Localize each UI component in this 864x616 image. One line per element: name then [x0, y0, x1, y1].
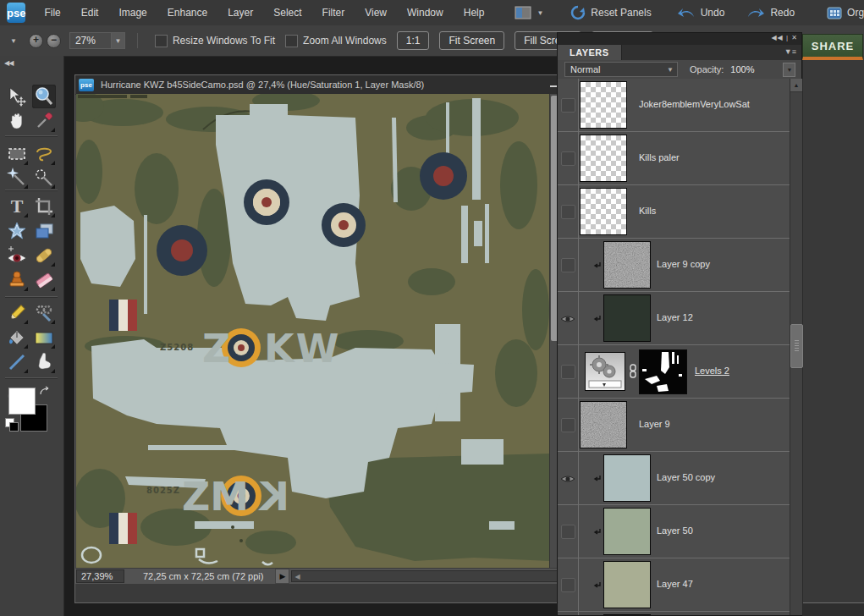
visibility-toggle[interactable]: [558, 612, 579, 615]
status-info-arrow-icon[interactable]: ▶: [275, 569, 289, 584]
opacity-dropdown-icon[interactable]: ▼: [783, 63, 795, 77]
layer-thumbnail[interactable]: [580, 81, 627, 129]
collapse-panel-icon[interactable]: ◀◀: [771, 34, 783, 41]
layer-thumbnail[interactable]: [580, 188, 627, 235]
layer-thumbnail[interactable]: [603, 294, 651, 342]
menu-window[interactable]: Window: [397, 0, 454, 25]
crop-tool[interactable]: [32, 195, 56, 218]
layer-row[interactable]: Layer 50 copy: [558, 452, 790, 505]
layer-row[interactable]: Layer 50: [558, 505, 790, 558]
menu-file[interactable]: File: [34, 0, 70, 25]
menu-layer[interactable]: Layer: [217, 0, 263, 25]
layer-name[interactable]: Layer 47: [657, 579, 693, 589]
blend-mode-select[interactable]: Normal ▼: [564, 62, 678, 77]
menu-image[interactable]: Image: [108, 0, 157, 25]
document-canvas[interactable]: Z5208 Z KW 8025Z ZM K: [76, 94, 550, 568]
red-eye-tool[interactable]: [5, 244, 29, 267]
undo-button[interactable]: Undo: [670, 0, 732, 25]
layer-name[interactable]: Kills paler: [639, 152, 680, 162]
layer-name[interactable]: Layer 50: [657, 525, 693, 536]
visibility-checkbox[interactable]: [561, 151, 575, 166]
visibility-toggle[interactable]: [558, 132, 579, 184]
document-titlebar[interactable]: pse Hurricane KWZ b45SideCamo.psd @ 27,4…: [75, 75, 598, 95]
visibility-toggle[interactable]: [558, 185, 579, 238]
layer-name[interactable]: Layer 50 copy: [657, 472, 715, 482]
hand-tool[interactable]: [5, 109, 29, 133]
visibility-checkbox[interactable]: [561, 98, 575, 113]
layer-name[interactable]: Layer 9: [639, 419, 670, 429]
quick-selection-tool[interactable]: [32, 166, 56, 190]
move-tool[interactable]: [5, 85, 29, 108]
shape-tool[interactable]: [5, 350, 29, 374]
redo-button[interactable]: Redo: [740, 0, 801, 25]
smudge-tool[interactable]: [32, 350, 56, 374]
marquee-tool[interactable]: [5, 142, 29, 166]
collapse-panel-icon[interactable]: ◀◀: [4, 59, 13, 67]
menu-select[interactable]: Select: [263, 0, 311, 25]
visibility-toggle[interactable]: [558, 452, 579, 504]
visibility-checkbox[interactable]: [561, 418, 575, 432]
zoom-all-windows-checkbox[interactable]: [285, 35, 298, 47]
layers-scrollbar-thumb[interactable]: [790, 324, 803, 368]
layer-row[interactable]: Kills paler: [558, 132, 790, 185]
lasso-tool[interactable]: [32, 142, 56, 166]
visibility-checkbox[interactable]: [561, 205, 575, 219]
opacity-value[interactable]: 100%: [730, 64, 783, 74]
visibility-toggle[interactable]: [558, 399, 579, 451]
visibility-checkbox[interactable]: [561, 578, 575, 592]
layer-thumbnail[interactable]: [603, 614, 651, 615]
zoom-tool[interactable]: [32, 85, 56, 108]
visibility-toggle[interactable]: [558, 345, 579, 398]
layer-row[interactable]: Joker8emblemVeryLowSat: [558, 79, 790, 132]
one-to-one-button[interactable]: 1:1: [397, 31, 430, 50]
share-button[interactable]: SHARE: [802, 34, 863, 60]
zoom-combo-arrow-icon[interactable]: ▼: [111, 33, 124, 48]
paint-bucket-tool[interactable]: [5, 326, 29, 349]
layer-thumbnail[interactable]: [580, 135, 627, 182]
recompose-tool[interactable]: [32, 219, 56, 243]
layout-selector[interactable]: ▼: [508, 0, 550, 25]
layer-name[interactable]: Levels 2: [695, 366, 729, 376]
scroll-up-arrow-icon[interactable]: ▲: [790, 79, 802, 92]
cookie-cutter-tool[interactable]: [5, 219, 29, 243]
layer-thumbnail[interactable]: [603, 561, 651, 608]
pencil-tool[interactable]: [5, 301, 29, 325]
layer-thumbnail[interactable]: [580, 401, 627, 448]
eye-icon[interactable]: [560, 474, 575, 487]
zoom-level-combo[interactable]: 27% ▼: [69, 32, 125, 49]
layer-name[interactable]: Joker8emblemVeryLowSat: [639, 99, 750, 109]
menu-enhance[interactable]: Enhance: [157, 0, 217, 25]
gradient-tool[interactable]: [32, 326, 56, 349]
layer-name[interactable]: Layer 12: [657, 312, 693, 322]
layer-row[interactable]: Layer 12: [558, 292, 790, 345]
close-panel-icon[interactable]: ✕: [791, 34, 798, 41]
eye-icon[interactable]: [560, 314, 575, 327]
eraser-tool[interactable]: [32, 268, 56, 292]
reset-panels-button[interactable]: Reset Panels: [564, 0, 658, 25]
visibility-toggle[interactable]: [558, 558, 579, 611]
swap-colors-icon[interactable]: [39, 386, 47, 394]
layer-thumbnail[interactable]: [603, 454, 651, 502]
layer-row[interactable]: Levels 2: [558, 345, 790, 399]
menu-view[interactable]: View: [355, 0, 397, 25]
visibility-toggle[interactable]: [558, 79, 579, 131]
options-flyout-arrow-icon[interactable]: ▼: [10, 37, 17, 45]
layer-row-partial[interactable]: [558, 612, 790, 615]
layer-row[interactable]: Kills: [558, 185, 790, 239]
type-tool[interactable]: T: [5, 195, 29, 218]
zoom-level-value[interactable]: 27%: [70, 35, 111, 47]
menu-edit[interactable]: Edit: [71, 0, 109, 25]
layer-thumbnail[interactable]: [603, 508, 651, 555]
menu-help[interactable]: Help: [454, 0, 495, 25]
panel-menu-icon[interactable]: ▼≡: [784, 47, 796, 56]
layer-mask-thumbnail[interactable]: [639, 349, 687, 394]
organizer-button[interactable]: Organizer: [820, 0, 864, 25]
visibility-checkbox[interactable]: [561, 258, 575, 272]
layer-name[interactable]: Kills: [639, 206, 656, 216]
layer-row[interactable]: Layer 9: [558, 399, 790, 452]
menu-filter[interactable]: Filter: [312, 0, 355, 25]
magic-wand-tool[interactable]: [5, 166, 29, 190]
layer-row[interactable]: Layer 9 copy: [558, 239, 790, 292]
layer-thumbnail[interactable]: [603, 241, 651, 289]
layer-row[interactable]: Layer 47: [558, 558, 790, 612]
